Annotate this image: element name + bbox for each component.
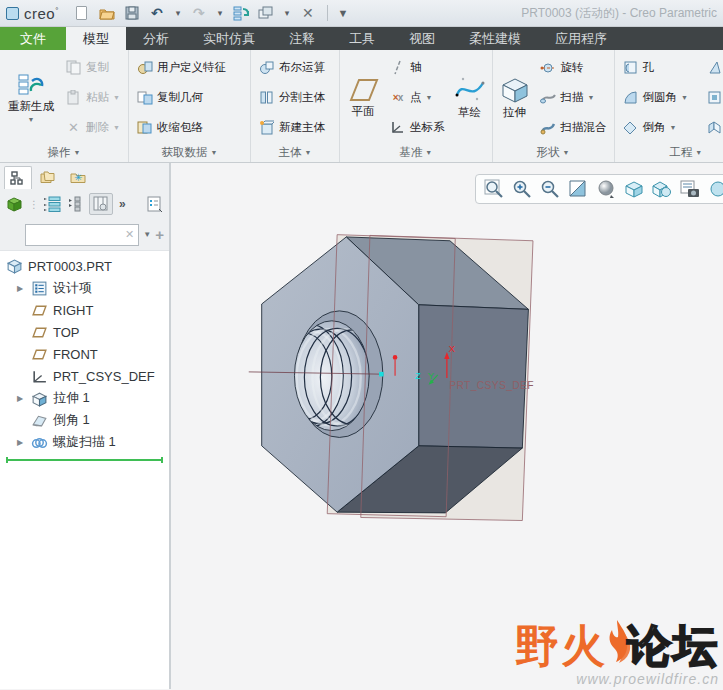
tree-filters-icon[interactable] [43, 196, 61, 212]
window-switch-icon[interactable] [257, 4, 275, 22]
tab-tools[interactable]: 工具 [332, 27, 392, 50]
expand-icon[interactable]: ▶ [14, 438, 26, 447]
expand-more-icon[interactable]: » [119, 197, 126, 211]
sweep-button[interactable]: 扫描 ▼ [537, 84, 610, 110]
tab-live-simulation[interactable]: 实时仿真 [186, 27, 272, 50]
tree-columns-icon[interactable] [67, 196, 83, 212]
tree-row-design-items[interactable]: ▶ 设计项 [0, 277, 169, 299]
dropdown-icon[interactable]: ▼ [426, 94, 433, 101]
split-body-button[interactable]: 分割主体 [255, 84, 328, 110]
tree-row-right-plane[interactable]: RIGHT [0, 299, 169, 321]
revolve-button[interactable]: 旋转 [537, 55, 610, 81]
sketch-button[interactable]: 草绘 [450, 52, 490, 143]
nut-right-face[interactable] [419, 305, 529, 448]
axis-button[interactable]: 轴 [386, 55, 448, 81]
tree-row-front-plane[interactable]: FRONT [0, 343, 169, 365]
undo-dropdown-icon[interactable]: ▾ [173, 4, 183, 22]
group-operations: 重新生成 ▼ 复制 粘贴 ▼ ✕ 删除 ▼ 操作▼ [0, 50, 129, 162]
dropdown-icon[interactable]: ▼ [681, 94, 688, 101]
group-label-shapes[interactable]: 形状▼ [495, 143, 612, 162]
settings-columns-button[interactable] [89, 193, 113, 215]
new-body-button[interactable]: 新建主体 [255, 114, 328, 140]
dropdown-icon[interactable]: ▼ [588, 94, 595, 101]
model-scene[interactable]: X Y Z PRT_CSYS_DEF [171, 163, 722, 689]
tree-row-part[interactable]: PRT0003.PRT [0, 255, 169, 277]
dropdown-icon[interactable]: ▼ [28, 116, 35, 123]
undo-icon[interactable]: ↶ [148, 4, 166, 22]
tree-row-chamfer[interactable]: 倒角 1 [0, 409, 169, 431]
graphics-viewport[interactable]: X Y Z PRT_CSYS_DEF 野火 论坛 www.proewildfir… [171, 163, 723, 689]
tab-annotate[interactable]: 注释 [272, 27, 332, 50]
folder-browser-tab[interactable] [34, 166, 62, 189]
repaint-icon[interactable] [566, 177, 590, 201]
expand-icon[interactable]: ▶ [14, 394, 26, 403]
draft-button[interactable]: 拔模 [703, 55, 723, 81]
chamfer-button[interactable]: 倒角 ▼ [619, 114, 691, 140]
regenerate-button[interactable]: 重新生成 ▼ [2, 52, 60, 143]
tree-row-csys[interactable]: PRT_CSYS_DEF [0, 365, 169, 387]
regenerate-manager-icon[interactable] [232, 4, 250, 22]
zoom-in-icon[interactable] [510, 177, 534, 201]
creo-logo-text: creo [24, 5, 55, 22]
tree-row-extrude[interactable]: ▶ 拉伸 1 [0, 387, 169, 409]
csys-button[interactable]: 坐标系 [386, 114, 448, 140]
round-icon [622, 89, 639, 106]
sweep-blend-button[interactable]: 扫描混合 [537, 114, 610, 140]
component-display-icon[interactable] [706, 177, 723, 201]
dropdown-icon[interactable]: ▼ [670, 124, 677, 131]
tab-flexible-modeling[interactable]: 柔性建模 [452, 27, 538, 50]
hole-button[interactable]: 孔 [619, 55, 691, 81]
csys-name-label[interactable]: PRT_CSYS_DEF [449, 380, 534, 391]
group-label-get-data[interactable]: 获取数据▼ [131, 143, 248, 162]
group-label-engineering[interactable]: 工程▼ [617, 143, 723, 162]
tree-options-icon[interactable] [146, 196, 163, 213]
clear-filter-icon[interactable]: ✕ [125, 228, 134, 241]
tab-analysis[interactable]: 分析 [126, 27, 186, 50]
filter-dropdown-icon[interactable]: ▼ [143, 230, 151, 239]
annotations-icon[interactable] [678, 177, 702, 201]
new-file-icon[interactable] [73, 4, 91, 22]
window-dropdown-icon[interactable]: ▾ [282, 4, 292, 22]
rib-button[interactable]: 筋 ▼ [703, 114, 723, 140]
shrinkwrap-icon [136, 119, 153, 136]
shell-button[interactable]: 壳 [703, 84, 723, 110]
paste-button: 粘贴 ▼ [62, 84, 123, 110]
zoom-fit-icon[interactable] [482, 177, 506, 201]
round-button[interactable]: 倒圆角 ▼ [619, 84, 691, 110]
boolean-button[interactable]: 布尔运算 [255, 55, 328, 81]
close-window-icon[interactable]: ✕ [299, 4, 317, 22]
point-button[interactable]: ×x 点 ▼ [386, 84, 448, 110]
display-style-icon[interactable] [650, 177, 674, 201]
tab-file[interactable]: 文件 [0, 27, 66, 50]
favorites-tab[interactable]: ✳ [64, 166, 92, 189]
tab-applications[interactable]: 应用程序 [538, 27, 624, 50]
shrinkwrap-button[interactable]: 收缩包络 [133, 114, 229, 140]
filter-funnel-icon[interactable] [5, 227, 21, 242]
save-icon[interactable] [123, 4, 141, 22]
saved-views-icon[interactable] [622, 177, 646, 201]
group-label-body[interactable]: 主体▼ [253, 143, 337, 162]
group-label-datum[interactable]: 基准▼ [342, 143, 490, 162]
shell-icon [706, 89, 723, 106]
udf-button[interactable]: 用户定义特征 [133, 55, 229, 81]
model-tree: PRT0003.PRT ▶ 设计项 RIGHT TOP FRONT [0, 251, 169, 689]
model-tree-tab[interactable] [4, 166, 32, 189]
plane-button[interactable]: 平面 [342, 52, 384, 143]
add-filter-icon[interactable]: + [155, 226, 164, 243]
tree-row-helical-sweep[interactable]: ▶ 螺旋扫描 1 [0, 431, 169, 453]
copy-geometry-button[interactable]: 复制几何 [133, 84, 229, 110]
expand-icon[interactable]: ▶ [14, 284, 26, 293]
open-folder-icon[interactable] [98, 4, 116, 22]
tab-model[interactable]: 模型 [66, 27, 126, 50]
zoom-out-icon[interactable] [538, 177, 562, 201]
shading-style-icon[interactable] [594, 177, 618, 201]
extrude-button[interactable]: 拉伸 [495, 52, 535, 143]
group-label-operations[interactable]: 操作▼ [2, 143, 126, 162]
tree-filter-input[interactable] [30, 228, 125, 242]
axis-endpoint-marker[interactable] [379, 372, 384, 377]
more-commands-icon[interactable]: ▼ [338, 4, 348, 22]
show-part-icon[interactable] [6, 196, 23, 212]
tab-view[interactable]: 视图 [392, 27, 452, 50]
tree-row-top-plane[interactable]: TOP [0, 321, 169, 343]
insertion-locator-line[interactable] [6, 459, 163, 461]
